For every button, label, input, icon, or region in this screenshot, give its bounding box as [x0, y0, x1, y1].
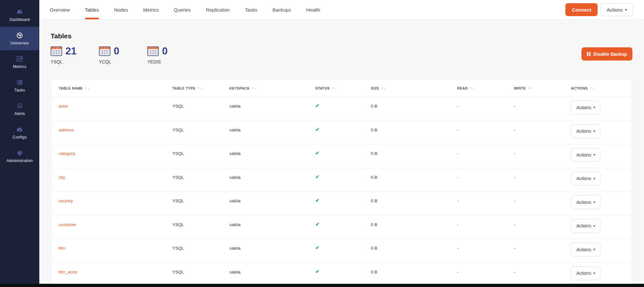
table-name-link[interactable]: actor: [59, 104, 68, 109]
table-name-link[interactable]: category: [59, 151, 75, 156]
keyspace-cell: sakila: [229, 168, 315, 192]
sidebar-item-label: Tasks: [14, 88, 25, 92]
chevron-down-icon: ▾: [593, 248, 595, 251]
table-name-link[interactable]: address: [59, 128, 74, 132]
gauge-icon: [15, 8, 24, 16]
column-header-size[interactable]: SIZE ▼▲: [371, 86, 457, 90]
table-row: customer YSQL sakila ✔ 0 B - - Actions ▾: [52, 215, 631, 239]
size-cell: 0 B: [371, 192, 457, 215]
table-row: city YSQL sakila ✔ 0 B - - Actions ▾: [52, 168, 631, 192]
list-icon: [15, 79, 24, 86]
topbar-buttons: Connect Actions ▾: [565, 3, 633, 16]
sidebar-item-label: Universes: [10, 41, 29, 45]
app-window: Dashboard Universes Metrics Tasks Alerts…: [0, 0, 644, 287]
read-cell: -: [457, 263, 514, 286]
universe-actions-button[interactable]: Actions ▾: [601, 3, 633, 16]
row-actions-button[interactable]: Actions ▾: [571, 266, 601, 280]
tab-replication[interactable]: Replication: [206, 0, 230, 19]
sidebar-item-configs[interactable]: Configs: [0, 121, 39, 144]
disable-backup-button[interactable]: Disable Backup: [582, 47, 632, 61]
write-cell: -: [514, 263, 571, 286]
table-body: actor YSQL sakila ✔ 0 B - - Actions ▾ ad…: [52, 97, 631, 286]
status-ok-icon: ✔: [315, 221, 320, 227]
tab-backups[interactable]: Backups: [273, 0, 291, 19]
sort-icon: ▼▲: [252, 87, 257, 89]
content-area: Tables 21 YSQL 0 YCQL: [39, 19, 644, 287]
tab-tables[interactable]: Tables: [85, 0, 99, 19]
sidebar-item-label: Alerts: [14, 111, 25, 116]
tab-overview[interactable]: Overview: [50, 0, 70, 19]
tab-queries[interactable]: Queries: [174, 0, 191, 19]
chevron-down-icon: ▾: [593, 153, 595, 157]
table-row: film_actor YSQL sakila ✔ 0 B - - Actions…: [52, 263, 631, 286]
cloud-upload-icon: [15, 126, 24, 133]
read-cell: -: [457, 144, 514, 168]
table-icon: [51, 46, 62, 56]
table-count-stats: 21 YSQL 0 YCQL 0 YEDIS: [51, 46, 196, 64]
column-header-keyspace[interactable]: KEYSPACE ▼▲: [229, 86, 315, 90]
table-name-link[interactable]: customer: [59, 222, 77, 227]
row-actions-button[interactable]: Actions ▾: [571, 195, 601, 209]
row-actions-button[interactable]: Actions ▾: [571, 219, 601, 233]
tab-health[interactable]: Health: [306, 0, 320, 19]
top-nav: OverviewTablesNodesMetricsQueriesReplica…: [39, 0, 644, 20]
keyspace-cell: sakila: [229, 215, 315, 239]
size-cell: 0 B: [371, 121, 457, 144]
table-type-cell: YSQL: [172, 263, 229, 286]
sidebar-item-universes[interactable]: Universes: [0, 27, 39, 50]
read-cell: -: [457, 239, 514, 263]
size-cell: 0 B: [371, 168, 457, 192]
chevron-down-icon: ▾: [593, 177, 595, 180]
sidebar-item-dashboard[interactable]: Dashboard: [0, 3, 39, 27]
stat-yedis: 0 YEDIS: [147, 46, 196, 64]
status-ok-icon: ✔: [315, 269, 320, 274]
column-header-table-type[interactable]: TABLE TYPE ▼▲: [172, 86, 229, 90]
row-actions-button[interactable]: Actions ▾: [571, 148, 601, 162]
connect-button[interactable]: Connect: [565, 3, 598, 16]
size-cell: 0 B: [371, 263, 457, 286]
write-cell: -: [514, 97, 571, 120]
row-actions-button[interactable]: Actions ▾: [571, 243, 601, 256]
write-cell: -: [514, 121, 571, 144]
sidebar-item-alerts[interactable]: Alerts: [0, 97, 39, 121]
sort-icon: ▼▲: [381, 87, 386, 89]
table-name-link[interactable]: city: [59, 175, 65, 180]
chevron-down-icon: ▾: [593, 224, 595, 228]
sidebar-item-administration[interactable]: Administration: [0, 144, 39, 168]
chevron-down-icon: ▾: [593, 200, 595, 204]
column-header-status: STATUS ▼▲: [315, 86, 371, 90]
size-cell: 0 B: [371, 215, 457, 239]
table-name-link[interactable]: film_actor: [59, 270, 78, 274]
stat-label: YCQL: [99, 59, 147, 64]
status-ok-icon: ✔: [315, 197, 320, 203]
page-title: Tables: [51, 32, 72, 40]
column-header-table-name[interactable]: TABLE NAME ▼▲: [59, 86, 172, 90]
sidebar-item-tasks[interactable]: Tasks: [0, 74, 39, 97]
pause-icon: [587, 52, 591, 56]
table-name-link[interactable]: film: [59, 246, 65, 251]
table-icon: [99, 46, 111, 56]
size-cell: 0 B: [371, 144, 457, 168]
status-ok-icon: ✔: [315, 245, 320, 250]
write-cell: -: [514, 239, 571, 263]
read-cell: -: [457, 97, 514, 120]
table-type-cell: YSQL: [172, 239, 229, 263]
globe-icon: [15, 32, 24, 39]
tab-metrics[interactable]: Metrics: [143, 0, 159, 19]
table-name-link[interactable]: country: [59, 198, 73, 203]
table-row: actor YSQL sakila ✔ 0 B - - Actions ▾: [52, 97, 631, 120]
column-header-write: WRITE ▼▲: [514, 86, 571, 90]
sort-icon: ▼▲: [332, 87, 337, 89]
keyspace-cell: sakila: [229, 121, 315, 144]
row-actions-button[interactable]: Actions ▾: [571, 124, 601, 138]
sidebar-item-metrics[interactable]: Metrics: [0, 50, 39, 74]
table-row: film YSQL sakila ✔ 0 B - - Actions ▾: [52, 239, 631, 263]
write-cell: -: [514, 215, 571, 239]
tab-nodes[interactable]: Nodes: [114, 0, 128, 19]
write-cell: -: [514, 144, 571, 168]
line-chart-icon: [15, 55, 24, 63]
row-actions-button[interactable]: Actions ▾: [571, 172, 601, 186]
row-actions-button[interactable]: Actions ▾: [571, 100, 601, 114]
tab-tasks[interactable]: Tasks: [245, 0, 257, 19]
table-type-cell: YSQL: [172, 121, 229, 144]
